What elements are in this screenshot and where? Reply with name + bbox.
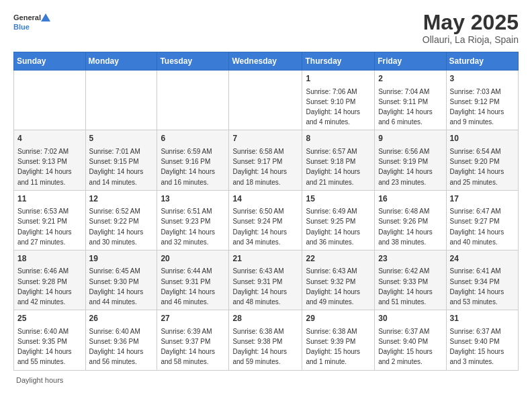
day-number: 19 <box>89 253 154 265</box>
calendar-table: Sunday Monday Tuesday Wednesday Thursday… <box>13 52 519 370</box>
day-info: Sunrise: 6:37 AMSunset: 9:40 PMDaylight:… <box>378 328 433 366</box>
day-info: Sunrise: 6:49 AMSunset: 9:25 PMDaylight:… <box>306 208 360 246</box>
day-number: 16 <box>378 193 442 205</box>
calendar-week-row: 4Sunrise: 7:02 AMSunset: 9:13 PMDaylight… <box>14 130 519 190</box>
day-number: 5 <box>89 133 154 144</box>
day-number: 11 <box>17 193 82 205</box>
day-number: 29 <box>306 313 371 324</box>
day-info: Sunrise: 7:02 AMSunset: 9:13 PMDaylight:… <box>17 148 72 186</box>
calendar-cell <box>85 71 157 130</box>
day-info: Sunrise: 6:54 AMSunset: 9:20 PMDaylight:… <box>450 148 504 186</box>
day-number: 13 <box>161 193 225 205</box>
day-number: 28 <box>232 313 298 324</box>
day-number: 21 <box>232 253 298 265</box>
day-number: 22 <box>306 253 371 265</box>
day-number: 4 <box>17 133 82 144</box>
day-number: 1 <box>306 73 371 85</box>
day-number: 6 <box>161 133 225 144</box>
day-info: Sunrise: 6:50 AMSunset: 9:24 PMDaylight:… <box>232 208 287 246</box>
calendar-cell: 19Sunrise: 6:45 AMSunset: 9:30 PMDayligh… <box>85 250 157 310</box>
calendar-cell: 5Sunrise: 7:01 AMSunset: 9:15 PMDaylight… <box>85 130 157 190</box>
day-info: Sunrise: 6:43 AMSunset: 9:32 PMDaylight:… <box>306 267 360 306</box>
day-number: 14 <box>232 193 298 205</box>
svg-marker-2 <box>41 13 50 21</box>
calendar-cell: 4Sunrise: 7:02 AMSunset: 9:13 PMDaylight… <box>14 130 86 190</box>
calendar-cell: 3Sunrise: 7:03 AMSunset: 9:12 PMDaylight… <box>446 71 518 130</box>
header: General Blue May 2025 Ollauri, La Rioja,… <box>13 11 519 45</box>
calendar-cell: 23Sunrise: 6:42 AMSunset: 9:33 PMDayligh… <box>375 250 446 310</box>
day-info: Sunrise: 6:56 AMSunset: 9:19 PMDaylight:… <box>378 148 433 186</box>
calendar-cell: 9Sunrise: 6:56 AMSunset: 9:19 PMDaylight… <box>375 130 446 190</box>
day-info: Sunrise: 7:06 AMSunset: 9:10 PMDaylight:… <box>306 88 360 126</box>
day-info: Sunrise: 6:57 AMSunset: 9:18 PMDaylight:… <box>306 148 360 186</box>
calendar-cell: 18Sunrise: 6:46 AMSunset: 9:28 PMDayligh… <box>14 250 86 310</box>
footer: Daylight hours <box>13 376 519 384</box>
day-number: 12 <box>89 193 154 205</box>
day-info: Sunrise: 6:40 AMSunset: 9:35 PMDaylight:… <box>17 328 72 366</box>
calendar-cell: 28Sunrise: 6:38 AMSunset: 9:38 PMDayligh… <box>229 310 302 370</box>
col-sunday: Sunday <box>14 52 86 71</box>
day-number: 15 <box>306 193 371 205</box>
daylight-label: Daylight hours <box>16 376 63 384</box>
day-number: 20 <box>161 253 225 265</box>
day-info: Sunrise: 6:39 AMSunset: 9:37 PMDaylight:… <box>161 328 215 366</box>
calendar-week-row: 25Sunrise: 6:40 AMSunset: 9:35 PMDayligh… <box>14 310 519 370</box>
calendar-cell: 13Sunrise: 6:51 AMSunset: 9:23 PMDayligh… <box>157 190 229 250</box>
day-info: Sunrise: 6:51 AMSunset: 9:23 PMDaylight:… <box>161 208 215 246</box>
day-number: 3 <box>450 73 515 85</box>
day-number: 9 <box>378 133 442 144</box>
calendar-header-row: Sunday Monday Tuesday Wednesday Thursday… <box>14 52 519 71</box>
calendar-cell: 1Sunrise: 7:06 AMSunset: 9:10 PMDaylight… <box>302 71 375 130</box>
calendar-cell: 17Sunrise: 6:47 AMSunset: 9:27 PMDayligh… <box>446 190 518 250</box>
location: Ollauri, La Rioja, Spain <box>423 34 519 45</box>
calendar-cell: 27Sunrise: 6:39 AMSunset: 9:37 PMDayligh… <box>157 310 229 370</box>
month-title: May 2025 <box>423 11 519 34</box>
day-info: Sunrise: 6:43 AMSunset: 9:31 PMDaylight:… <box>232 267 287 306</box>
day-info: Sunrise: 6:52 AMSunset: 9:22 PMDaylight:… <box>89 208 144 246</box>
day-number: 26 <box>89 313 154 324</box>
title-block: May 2025 Ollauri, La Rioja, Spain <box>423 11 519 45</box>
day-info: Sunrise: 6:59 AMSunset: 9:16 PMDaylight:… <box>161 148 215 186</box>
calendar-week-row: 1Sunrise: 7:06 AMSunset: 9:10 PMDaylight… <box>14 71 519 130</box>
calendar-cell: 16Sunrise: 6:48 AMSunset: 9:26 PMDayligh… <box>375 190 446 250</box>
page: General Blue May 2025 Ollauri, La Rioja,… <box>0 0 532 398</box>
day-number: 31 <box>450 313 515 324</box>
calendar-cell <box>229 71 302 130</box>
day-info: Sunrise: 6:45 AMSunset: 9:30 PMDaylight:… <box>89 267 144 306</box>
day-info: Sunrise: 6:37 AMSunset: 9:40 PMDaylight:… <box>450 328 504 366</box>
svg-text:General: General <box>13 13 41 21</box>
logo: General Blue <box>13 11 51 35</box>
calendar-cell: 2Sunrise: 7:04 AMSunset: 9:11 PMDaylight… <box>375 71 446 130</box>
day-info: Sunrise: 7:01 AMSunset: 9:15 PMDaylight:… <box>89 148 144 186</box>
day-number: 10 <box>450 133 515 144</box>
day-info: Sunrise: 6:42 AMSunset: 9:33 PMDaylight:… <box>378 267 433 306</box>
calendar-week-row: 11Sunrise: 6:53 AMSunset: 9:21 PMDayligh… <box>14 190 519 250</box>
col-saturday: Saturday <box>446 52 518 71</box>
col-thursday: Thursday <box>302 52 375 71</box>
calendar-cell: 12Sunrise: 6:52 AMSunset: 9:22 PMDayligh… <box>85 190 157 250</box>
col-friday: Friday <box>375 52 446 71</box>
calendar-week-row: 18Sunrise: 6:46 AMSunset: 9:28 PMDayligh… <box>14 250 519 310</box>
calendar-cell: 29Sunrise: 6:38 AMSunset: 9:39 PMDayligh… <box>302 310 375 370</box>
day-number: 24 <box>450 253 515 265</box>
day-number: 2 <box>378 73 442 85</box>
day-number: 7 <box>232 133 298 144</box>
calendar-cell: 20Sunrise: 6:44 AMSunset: 9:31 PMDayligh… <box>157 250 229 310</box>
day-number: 17 <box>450 193 515 205</box>
calendar-cell <box>14 71 86 130</box>
calendar-cell: 8Sunrise: 6:57 AMSunset: 9:18 PMDaylight… <box>302 130 375 190</box>
calendar-cell: 11Sunrise: 6:53 AMSunset: 9:21 PMDayligh… <box>14 190 86 250</box>
day-info: Sunrise: 6:40 AMSunset: 9:36 PMDaylight:… <box>89 328 144 366</box>
day-info: Sunrise: 6:44 AMSunset: 9:31 PMDaylight:… <box>161 267 215 306</box>
col-monday: Monday <box>85 52 157 71</box>
day-info: Sunrise: 6:47 AMSunset: 9:27 PMDaylight:… <box>450 208 504 246</box>
day-info: Sunrise: 7:04 AMSunset: 9:11 PMDaylight:… <box>378 88 433 126</box>
calendar-cell: 22Sunrise: 6:43 AMSunset: 9:32 PMDayligh… <box>302 250 375 310</box>
calendar-cell: 26Sunrise: 6:40 AMSunset: 9:36 PMDayligh… <box>85 310 157 370</box>
day-info: Sunrise: 6:38 AMSunset: 9:38 PMDaylight:… <box>232 328 287 366</box>
calendar-cell: 30Sunrise: 6:37 AMSunset: 9:40 PMDayligh… <box>375 310 446 370</box>
calendar-cell: 14Sunrise: 6:50 AMSunset: 9:24 PMDayligh… <box>229 190 302 250</box>
calendar-cell: 31Sunrise: 6:37 AMSunset: 9:40 PMDayligh… <box>446 310 518 370</box>
day-number: 27 <box>161 313 225 324</box>
day-number: 30 <box>378 313 442 324</box>
